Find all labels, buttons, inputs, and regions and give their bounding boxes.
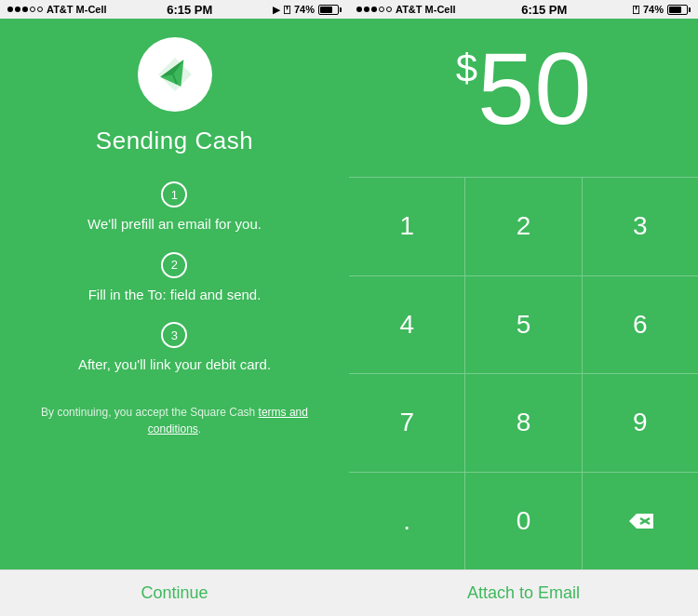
dot5	[386, 7, 392, 12]
numpad-key-0[interactable]: 0	[465, 473, 582, 570]
numpad: 1 2 3 4 5 6	[349, 177, 698, 569]
bluetooth-icon-right: ⍞	[633, 4, 639, 15]
left-status-bar: AT&T M-Cell 6:15 PM ▶ ⍞ 74%	[0, 0, 349, 19]
dot1	[356, 7, 362, 12]
step-3-number: 3	[171, 328, 178, 342]
numpad-row-2: 4 5 6	[349, 275, 698, 374]
terms-text: By continuing, you accept the Square Cas…	[28, 404, 321, 437]
numpad-key-6[interactable]: 6	[583, 276, 698, 374]
left-status-icons: ▶ ⍞ 74%	[273, 4, 342, 15]
left-carrier: AT&T M-Cell	[47, 4, 107, 15]
left-main-content: Sending Cash 1 We'll prefill an email fo…	[0, 19, 349, 569]
left-battery-icon	[318, 5, 342, 15]
attach-to-email-button[interactable]: Attach to Email	[467, 583, 580, 603]
dot2	[15, 7, 20, 12]
dot4	[30, 7, 35, 12]
step-3: 3 After, you'll link your debit card.	[78, 322, 271, 374]
step-1: 1 We'll prefill an email for you.	[87, 181, 262, 234]
dot3	[22, 7, 28, 12]
step-3-text: After, you'll link your debit card.	[78, 355, 271, 374]
terms-prefix: By continuing, you accept the Square Cas…	[41, 406, 258, 419]
left-signal-dots	[7, 7, 43, 12]
right-signal-dots	[356, 7, 392, 12]
right-status-icons: ⍞ 74%	[633, 4, 691, 15]
continue-button[interactable]: Continue	[141, 583, 208, 603]
left-footer: Continue	[0, 569, 349, 616]
dot5	[37, 7, 43, 12]
right-battery-icon	[667, 5, 691, 15]
step-2-text: Fill in the To: field and send.	[88, 286, 262, 304]
terms-suffix: .	[198, 422, 201, 435]
step-1-text: We'll prefill an email for you.	[87, 215, 262, 234]
sending-cash-title: Sending Cash	[96, 127, 253, 155]
step-2-circle: 2	[161, 252, 187, 278]
step-1-circle: 1	[161, 181, 187, 208]
left-time: 6:15 PM	[167, 3, 212, 17]
right-time: 6:15 PM	[521, 3, 567, 17]
amount-display: $ 50	[456, 37, 592, 140]
dot4	[379, 7, 384, 12]
step-2: 2 Fill in the To: field and send.	[88, 252, 262, 304]
left-battery-percent: 74%	[294, 4, 315, 15]
numpad-key-2[interactable]: 2	[465, 178, 582, 275]
numpad-key-decimal[interactable]: .	[349, 473, 465, 570]
numpad-key-8[interactable]: 8	[465, 374, 582, 472]
dot3	[371, 7, 377, 12]
bluetooth-icon: ⍞	[284, 4, 290, 15]
numpad-row-1: 1 2 3	[349, 177, 698, 275]
dot2	[364, 7, 369, 12]
right-footer: Attach to Email	[349, 569, 698, 616]
numpad-row-3: 7 8 9	[349, 373, 698, 472]
left-panel: AT&T M-Cell 6:15 PM ▶ ⍞ 74%	[0, 0, 349, 616]
backspace-icon	[627, 512, 653, 530]
amount-value: 50	[477, 37, 591, 140]
numpad-key-7[interactable]: 7	[349, 374, 465, 472]
right-battery-percent: 74%	[643, 4, 664, 15]
numpad-key-3[interactable]: 3	[583, 178, 698, 275]
dot1	[7, 7, 13, 12]
numpad-key-1[interactable]: 1	[349, 178, 465, 275]
step-1-number: 1	[171, 188, 178, 202]
right-status-bar: AT&T M-Cell 6:15 PM ⍞ 74%	[349, 0, 698, 19]
numpad-key-backspace[interactable]	[583, 473, 698, 570]
app-logo-circle	[138, 37, 212, 112]
step-2-number: 2	[171, 258, 178, 272]
location-icon: ▶	[273, 5, 280, 15]
numpad-key-5[interactable]: 5	[465, 276, 582, 374]
right-panel: AT&T M-Cell 6:15 PM ⍞ 74% $ 50 1	[349, 0, 698, 616]
numpad-key-9[interactable]: 9	[583, 374, 698, 472]
svg-marker-4	[629, 514, 653, 529]
numpad-key-4[interactable]: 4	[349, 276, 465, 374]
right-carrier: AT&T M-Cell	[396, 4, 456, 15]
numpad-row-4: . 0	[349, 472, 698, 570]
right-main-content: $ 50 1 2 3 4 5	[349, 19, 698, 569]
paper-plane-icon	[153, 52, 197, 97]
currency-symbol: $	[456, 47, 477, 91]
step-3-circle: 3	[161, 322, 187, 348]
